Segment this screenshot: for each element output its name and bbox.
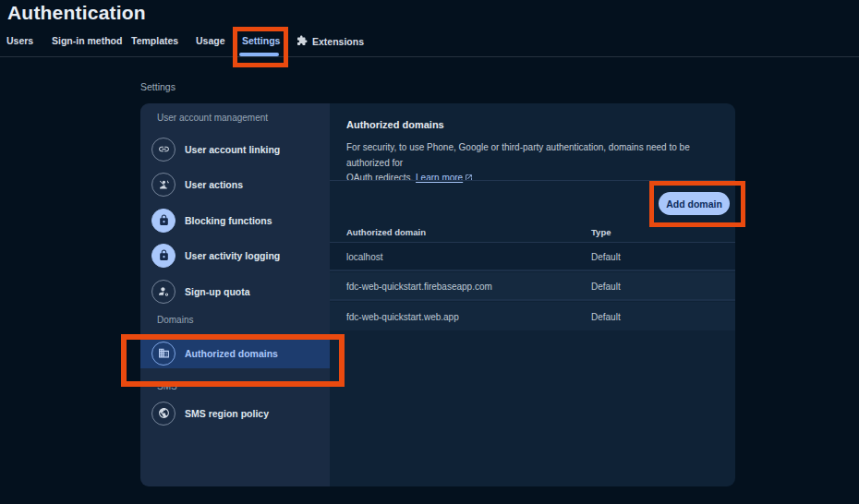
sidebar-item-authorized-domains[interactable]: Authorized domains (140, 338, 330, 368)
section-user-account-management: User account management (157, 113, 268, 123)
section-domains: Domains (157, 315, 193, 325)
settings-sidebar: User account management User account lin… (140, 103, 330, 486)
learn-more-link[interactable]: Learn more (416, 173, 463, 183)
tab-users[interactable]: Users (6, 35, 33, 46)
add-domain-button[interactable]: Add domain (659, 192, 730, 215)
person-gear-icon (151, 280, 175, 304)
sidebar-item-label: SMS region policy (185, 408, 269, 419)
sidebar-item-label: User activity logging (185, 250, 280, 261)
external-link-icon (463, 173, 473, 183)
sidebar-item-label: Sign-up quota (185, 286, 250, 297)
section-divider (330, 180, 735, 181)
column-authorized-domain: Authorized domain (346, 227, 426, 237)
type-cell: Default (591, 281, 621, 291)
section-sms: SMS (157, 381, 177, 391)
tabbar-divider (0, 56, 859, 57)
domain-cell: localhost (346, 251, 382, 261)
table-row[interactable]: localhost Default (330, 243, 735, 271)
table-row[interactable]: fdc-web-quickstart.firebaseapp.com Defau… (330, 272, 735, 301)
tab-templates[interactable]: Templates (131, 35, 178, 46)
page-title: Authentication (7, 2, 146, 24)
active-tab-underline (239, 53, 279, 56)
table-header: Authorized domain Type (330, 222, 735, 243)
breadcrumb: Settings (140, 81, 175, 92)
lock-icon (151, 244, 175, 268)
tab-sign-in-method[interactable]: Sign-in method (52, 35, 122, 46)
tab-extensions[interactable]: Extensions (296, 35, 364, 48)
panel-heading: Authorized domains (346, 119, 444, 130)
authorized-domains-panel: Authorized domains For security, to use … (330, 103, 735, 486)
sidebar-item-blocking-functions[interactable]: Blocking functions (140, 205, 330, 235)
table-row[interactable]: fdc-web-quickstart.web.app Default (330, 302, 735, 330)
type-cell: Default (591, 251, 621, 261)
lock-icon (151, 209, 175, 233)
authentication-settings-page: Authentication Users Sign-in method Temp… (0, 0, 859, 504)
column-type: Type (591, 227, 611, 237)
sidebar-item-label: User account linking (185, 144, 280, 155)
description-line2: OAuth redirects. (346, 173, 413, 183)
building-icon (151, 342, 175, 366)
globe-icon (151, 402, 175, 426)
type-cell: Default (591, 311, 621, 321)
sidebar-item-label: User actions (185, 179, 243, 190)
settings-card: User account management User account lin… (140, 103, 735, 486)
sidebar-item-user-activity-logging[interactable]: User activity logging (140, 240, 330, 270)
domain-cell: fdc-web-quickstart.web.app (346, 311, 459, 321)
sidebar-item-sms-region-policy[interactable]: SMS region policy (140, 398, 330, 428)
tab-settings[interactable]: Settings (242, 35, 280, 46)
sidebar-item-label: Authorized domains (185, 348, 278, 359)
sidebar-item-user-account-linking[interactable]: User account linking (140, 134, 330, 164)
link-icon (151, 138, 175, 162)
puzzle-icon (296, 35, 308, 48)
sidebar-item-user-actions[interactable]: User actions (140, 169, 330, 199)
domain-cell: fdc-web-quickstart.firebaseapp.com (346, 281, 492, 291)
description-line1: For security, to use Phone, Google or th… (346, 142, 690, 168)
sidebar-item-sign-up-quota[interactable]: Sign-up quota (140, 276, 330, 306)
person-off-icon (151, 173, 175, 197)
sidebar-item-label: Blocking functions (185, 215, 272, 226)
tab-extensions-label: Extensions (312, 36, 364, 47)
tab-usage[interactable]: Usage (196, 35, 225, 46)
tab-bar: Users Sign-in method Templates Usage Set… (0, 35, 859, 51)
